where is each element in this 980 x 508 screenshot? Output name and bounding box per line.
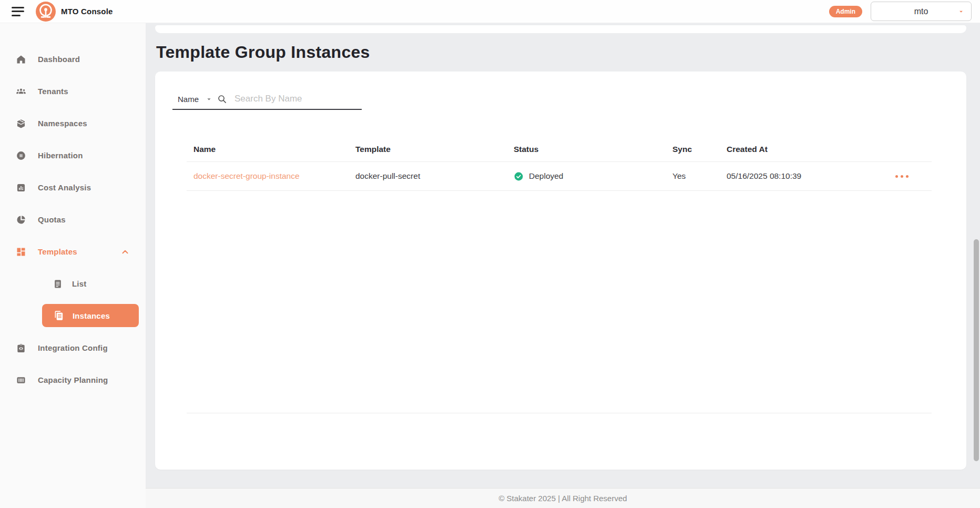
instance-status-cell: Deployed <box>507 162 666 191</box>
sidebar-item-dashboard[interactable]: Dashboard <box>0 43 146 75</box>
table-row: docker-secret-group-instance docker-pull… <box>187 162 932 191</box>
stakater-logo-icon <box>36 2 56 22</box>
row-actions-menu-icon[interactable] <box>892 172 912 181</box>
caret-down-icon <box>205 95 213 103</box>
column-header-sync: Sync <box>666 137 720 162</box>
table-empty-area <box>187 191 932 413</box>
sidebar-item-quotas[interactable]: Quotas <box>0 204 146 236</box>
page-footer: © Stakater 2025 | All Right Reserved <box>146 488 980 508</box>
instances-table: Name Template Status Sync Created At doc… <box>187 137 932 413</box>
column-header-name: Name <box>187 137 349 162</box>
check-circle-icon <box>514 171 524 181</box>
sidebar-item-tenants[interactable]: Tenants <box>0 75 146 107</box>
top-bar: MTO Console Admin mto <box>0 0 980 23</box>
page-title: Template Group Instances <box>156 43 980 62</box>
instances-card: Name Name Template Status Sync Cr <box>155 72 966 470</box>
search-filter-select[interactable]: Name <box>172 95 213 104</box>
users-icon <box>16 86 26 97</box>
chevron-up-icon <box>120 247 130 257</box>
chevron-down-icon <box>957 8 965 15</box>
sidebar-item-capacity-planning[interactable]: Capacity Planning <box>0 364 146 396</box>
code-clipboard-icon <box>16 343 26 353</box>
sidebar-item-templates-instances[interactable]: Instances <box>42 304 139 327</box>
sidebar-item-templates[interactable]: Templates <box>0 236 146 268</box>
column-header-template: Template <box>349 137 507 162</box>
sidebar: Dashboard Tenants Namespaces <box>0 23 146 508</box>
hamburger-menu-icon[interactable] <box>12 7 24 16</box>
search-icon <box>217 94 227 104</box>
dashboard-grid-icon <box>16 247 26 257</box>
package-icon <box>16 118 26 129</box>
tenant-selector-value: mto <box>914 7 928 16</box>
column-header-actions <box>865 137 932 162</box>
pie-chart-icon <box>16 215 26 225</box>
copyright-text: © Stakater 2025 | All Right Reserved <box>498 494 627 503</box>
scrolled-card-sliver <box>155 25 966 33</box>
instance-template-cell: docker-pull-secret <box>349 162 507 191</box>
sidebar-item-namespaces[interactable]: Namespaces <box>0 107 146 139</box>
app-title: MTO Console <box>61 7 113 16</box>
sidebar-item-templates-list[interactable]: List <box>0 268 146 300</box>
column-header-status: Status <box>507 137 666 162</box>
search-input[interactable] <box>234 94 362 104</box>
sidebar-item-integration-config[interactable]: Integration Config <box>0 332 146 364</box>
pause-circle-icon <box>16 150 26 161</box>
instance-created-at-cell: 05/16/2025 08:10:39 <box>720 162 865 191</box>
admin-role-badge: Admin <box>829 6 862 17</box>
home-icon <box>16 54 26 65</box>
sidebar-item-cost-analysis[interactable]: Cost Analysis <box>0 171 146 204</box>
vertical-scrollbar-thumb[interactable] <box>974 239 979 461</box>
document-icon <box>53 279 63 289</box>
bar-chart-icon <box>16 182 26 193</box>
column-header-created-at: Created At <box>720 137 865 162</box>
instance-sync-cell: Yes <box>666 162 720 191</box>
table-header-row: Name Template Status Sync Created At <box>187 137 932 162</box>
sidebar-item-hibernation[interactable]: Hibernation <box>0 139 146 171</box>
documents-icon <box>54 310 64 321</box>
barcode-icon <box>16 375 26 385</box>
status-label: Deployed <box>529 171 564 181</box>
tenant-selector-dropdown[interactable]: mto <box>871 2 972 21</box>
instance-name-link[interactable]: docker-secret-group-instance <box>193 171 300 181</box>
main-content: Template Group Instances Name Name <box>146 23 980 508</box>
search-bar: Name <box>172 94 362 110</box>
search-filter-value: Name <box>178 95 199 104</box>
